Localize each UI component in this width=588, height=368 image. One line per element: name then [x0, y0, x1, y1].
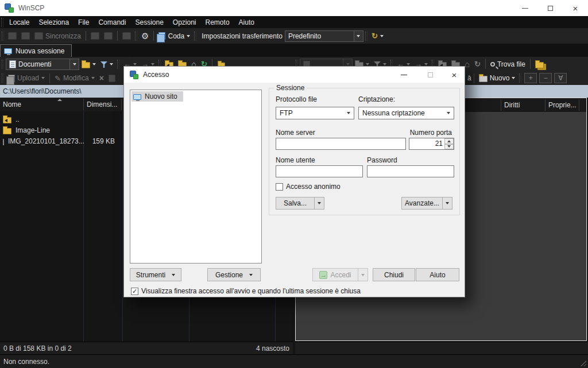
synchronize-browsing-button[interactable]: [19, 31, 32, 41]
minus-icon: −: [544, 74, 548, 82]
login-dropdown-button[interactable]: [358, 268, 368, 281]
tab-new-session[interactable]: Nuova sessione: [0, 44, 72, 57]
synchronize-button[interactable]: Sincronizza: [32, 31, 83, 41]
toolbar-grip[interactable]: [2, 32, 4, 41]
port-down-button[interactable]: [444, 144, 454, 150]
select-same-extension-button[interactable]: ∀: [554, 73, 567, 83]
queue-icon: [158, 32, 165, 40]
close-button[interactable]: ×: [563, 0, 588, 16]
rename-icon: [109, 75, 115, 82]
save-button[interactable]: Salva...: [276, 197, 315, 210]
save-dropdown-button[interactable]: [314, 197, 324, 210]
port-stepper[interactable]: 21: [409, 138, 454, 150]
menu-remoto[interactable]: Remoto: [201, 17, 234, 28]
password-label: Password: [367, 156, 397, 164]
help-button[interactable]: Aiuto: [416, 268, 459, 281]
checkbox-unchecked-icon: [276, 183, 283, 191]
dialog-minimize-button[interactable]: [393, 67, 415, 83]
rename-button[interactable]: [106, 73, 118, 83]
host-input[interactable]: [276, 138, 406, 150]
resize-grip[interactable]: [581, 361, 586, 366]
menu-comandi[interactable]: Comandi: [94, 17, 130, 28]
window-titlebar: WinSCP ×: [0, 0, 588, 16]
open-directory-button[interactable]: [79, 59, 98, 69]
port-up-button[interactable]: [444, 138, 454, 144]
site-item-new-site[interactable]: Nuovo sito: [131, 91, 183, 102]
combo-arrow-icon: [443, 107, 454, 119]
close-dialog-button[interactable]: Chiudi: [373, 268, 415, 281]
winscp-logo-icon: [5, 3, 14, 13]
command-button[interactable]: [102, 31, 115, 41]
menu-aiuto[interactable]: Aiuto: [234, 17, 259, 28]
login-arrow-icon: →: [319, 271, 327, 279]
console-button[interactable]: [88, 31, 102, 41]
column-header-size[interactable]: Dimensi...: [84, 98, 121, 111]
menu-file[interactable]: File: [74, 17, 94, 28]
upload-button[interactable]: Upload: [6, 73, 47, 83]
documents-icon: [9, 60, 16, 68]
background-transfers-icon: [122, 32, 131, 40]
background-transfers-button[interactable]: [120, 31, 133, 41]
show-login-checkbox[interactable]: ✓ Visualizza finestra accesso all'avvio …: [131, 287, 361, 295]
find-files-button[interactable]: Trova file: [488, 59, 528, 69]
local-path: C:\Users\flori\Documents\: [3, 87, 82, 95]
maximize-button[interactable]: [537, 0, 563, 16]
login-button[interactable]: →Accedi: [312, 268, 358, 281]
maximize-icon: [548, 6, 553, 11]
combo-arrow-icon[interactable]: [354, 31, 363, 41]
menu-grip[interactable]: [1, 18, 3, 27]
menu-opzioni[interactable]: Opzioni: [168, 17, 201, 28]
delete-button[interactable]: ×: [97, 72, 106, 84]
minimize-icon: [401, 75, 407, 75]
column-header-props[interactable]: Proprie...: [546, 98, 579, 112]
password-input[interactable]: [367, 165, 454, 177]
dialog-title: Accesso: [143, 71, 169, 79]
advanced-button[interactable]: Avanzate...: [401, 197, 443, 210]
plus-icon: +: [529, 74, 533, 82]
new-button[interactable]: Nuovo: [477, 73, 518, 83]
preferences-button[interactable]: ⚙: [139, 31, 151, 41]
column-header-name[interactable]: Nome: [0, 98, 83, 111]
synchronize-files-button[interactable]: [533, 59, 546, 69]
filter-button[interactable]: [98, 59, 115, 69]
sort-ascending-icon: [57, 99, 62, 101]
protocol-combo[interactable]: FTP: [276, 107, 354, 119]
manage-button[interactable]: Gestione: [207, 268, 261, 281]
transfer-settings-default-button[interactable]: ↻: [369, 31, 386, 41]
local-drive-combo[interactable]: Documenti: [6, 59, 79, 70]
upload-icon: [8, 75, 15, 82]
winscp-window: WinSCP × Locale Seleziona File Comandi S…: [0, 0, 588, 368]
sync-browsing-icon: [21, 32, 30, 40]
column-header-rights[interactable]: Diritti: [501, 98, 545, 112]
queue-button[interactable]: Coda: [156, 31, 192, 41]
remote-refresh-button[interactable]: ↻: [472, 59, 483, 69]
properties-button-partial[interactable]: à: [467, 74, 471, 82]
chevron-down-icon: [380, 35, 384, 37]
select-files-button[interactable]: +: [524, 73, 537, 83]
username-label: Nome utente: [276, 156, 315, 164]
combo-arrow-icon[interactable]: [69, 59, 79, 69]
dialog-maximize-button[interactable]: [419, 67, 441, 83]
username-input[interactable]: [276, 165, 363, 177]
new-folder-icon: [479, 76, 488, 82]
advanced-dropdown-button[interactable]: [442, 197, 452, 210]
minimize-icon: [522, 8, 528, 9]
menu-locale[interactable]: Locale: [5, 17, 34, 28]
menu-sessione[interactable]: Sessione: [130, 17, 168, 28]
anonymous-checkbox[interactable]: Accesso anonimo: [276, 183, 341, 191]
hidden-files-count: 4 nascosto: [256, 344, 289, 352]
transfer-settings-combo[interactable]: Predefinito: [285, 30, 363, 42]
edit-button[interactable]: ✎Modifica: [52, 73, 97, 83]
main-toolbar: Sincronizza ⚙ Coda Impostazioni trasferi…: [0, 28, 588, 44]
synchronize-icon: [34, 32, 43, 40]
port-value: 21: [409, 138, 444, 149]
site-list[interactable]: Nuovo sito: [130, 90, 262, 264]
compare-dirs-button[interactable]: [6, 31, 19, 41]
dialog-close-button[interactable]: ×: [443, 67, 465, 83]
minimize-button[interactable]: [512, 0, 537, 16]
menu-seleziona[interactable]: Seleziona: [34, 17, 74, 28]
unselect-files-button[interactable]: −: [539, 73, 552, 83]
tools-button[interactable]: Strumenti: [130, 268, 181, 281]
encryption-combo[interactable]: Nessuna criptazione: [358, 107, 454, 119]
transfer-settings-label: Impostazioni trasferimento: [202, 32, 283, 40]
